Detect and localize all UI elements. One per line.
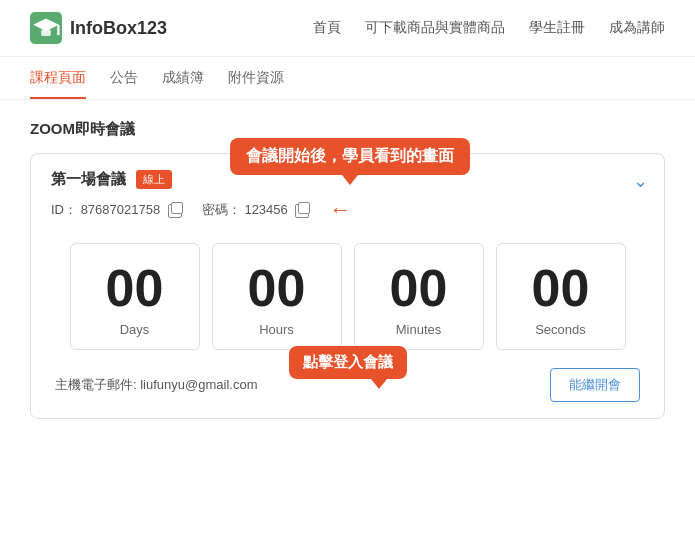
countdown-days: 00 Days (70, 243, 200, 350)
logo-icon (30, 12, 62, 44)
hours-label: Hours (223, 322, 331, 337)
tabs: 課程頁面 公告 成績簿 附件資源 (0, 57, 695, 100)
svg-rect-3 (57, 25, 59, 33)
join-meeting-button[interactable]: 能繼開會 (550, 368, 640, 402)
meeting-card: 第一場會議 線上 ⌄ ID： 87687021758 密碼： 123456 ← (30, 153, 665, 419)
tab-resources[interactable]: 附件資源 (228, 69, 284, 99)
nav-products[interactable]: 可下載商品與實體商品 (365, 19, 505, 37)
annotation-top-bubble: 會議開始後，學員看到的畫面 (230, 138, 470, 175)
seconds-label: Seconds (507, 322, 615, 337)
days-number: 00 (81, 262, 189, 314)
minutes-label: Minutes (365, 322, 473, 337)
meeting-info: ID： 87687021758 密碼： 123456 ← (51, 197, 644, 223)
tab-grades[interactable]: 成績簿 (162, 69, 204, 99)
copy-password-icon[interactable] (295, 204, 309, 218)
password-value: 123456 (244, 202, 287, 217)
countdown-hours: 00 Hours (212, 243, 342, 350)
annotation-bottom-bubble: 點擊登入會議 (289, 346, 407, 379)
id-value: 87687021758 (81, 202, 161, 217)
logo-area: InfoBox123 (30, 12, 167, 44)
svg-point-4 (57, 32, 60, 35)
online-badge: 線上 (136, 170, 172, 189)
copy-id-icon[interactable] (168, 204, 182, 218)
svg-rect-2 (41, 30, 51, 36)
nav-register[interactable]: 學生註冊 (529, 19, 585, 37)
nav-home[interactable]: 首頁 (313, 19, 341, 37)
header: InfoBox123 首頁 可下載商品與實體商品 學生註冊 成為講師 (0, 0, 695, 57)
countdown: 00 Days 00 Hours 00 Minutes 00 Seconds (51, 243, 644, 350)
tab-announcement[interactable]: 公告 (110, 69, 138, 99)
nav-instructor[interactable]: 成為講師 (609, 19, 665, 37)
host-email: 主機電子郵件: liufunyu@gmail.com (55, 376, 257, 394)
seconds-number: 00 (507, 262, 615, 314)
days-label: Days (81, 322, 189, 337)
nav-links: 首頁 可下載商品與實體商品 學生註冊 成為講師 (313, 19, 665, 37)
logo-text: InfoBox123 (70, 18, 167, 39)
tab-course[interactable]: 課程頁面 (30, 69, 86, 99)
id-label: ID： (51, 202, 77, 217)
host-label: 主機電子郵件: (55, 377, 140, 392)
host-email-value: liufunyu@gmail.com (140, 377, 257, 392)
countdown-seconds: 00 Seconds (496, 243, 626, 350)
countdown-minutes: 00 Minutes (354, 243, 484, 350)
section-title: ZOOM即時會議 (30, 120, 665, 139)
password-label: 密碼： (202, 202, 241, 217)
meeting-id: ID： 87687021758 (51, 201, 182, 219)
meeting-title: 第一場會議 (51, 170, 126, 189)
red-arrow-icon: ← (329, 197, 351, 223)
minutes-number: 00 (365, 262, 473, 314)
meeting-password: 密碼： 123456 (202, 201, 310, 219)
hours-number: 00 (223, 262, 331, 314)
chevron-down-icon[interactable]: ⌄ (633, 170, 648, 192)
